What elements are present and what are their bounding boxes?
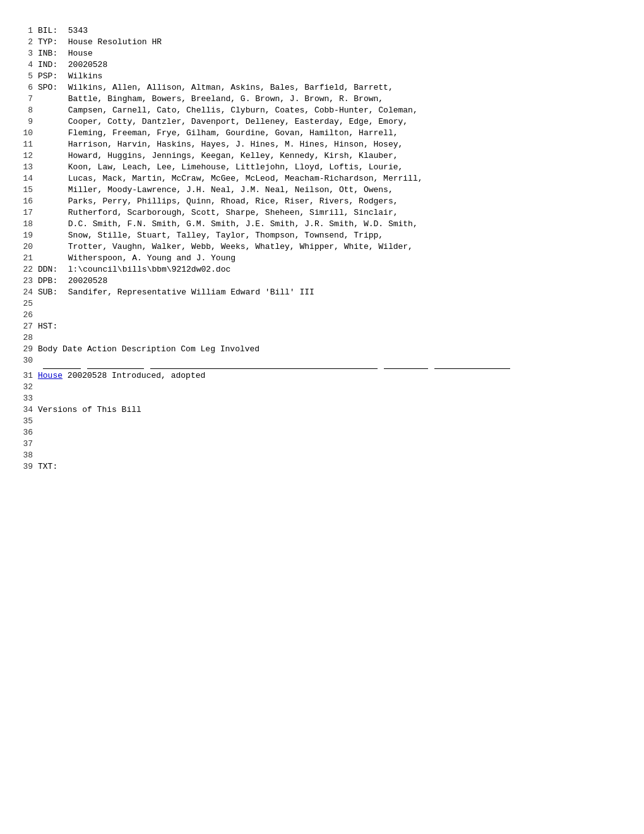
line-number: 16 bbox=[19, 196, 38, 207]
line-number: 6 bbox=[19, 82, 38, 94]
history-col-date-label: Date bbox=[63, 344, 82, 354]
line-37: 37 bbox=[19, 438, 631, 450]
line-number: 14 bbox=[19, 173, 38, 184]
history-body-link[interactable]: House bbox=[38, 371, 63, 380]
history-date-value: 20020528 bbox=[68, 371, 107, 380]
line-number: 34 bbox=[19, 404, 38, 416]
line-18: 18 D.C. Smith, F.N. Smith, G.M. Smith, J… bbox=[19, 219, 631, 230]
line-number: 30 bbox=[19, 355, 38, 366]
line-6: 6 SPO: Wilkins, Allen, Allison, Altman, … bbox=[19, 82, 631, 94]
line-number: 15 bbox=[19, 184, 38, 196]
line-number: 37 bbox=[19, 438, 38, 450]
line-content: TYP: House Resolution HR bbox=[38, 37, 631, 48]
line-content bbox=[38, 416, 631, 427]
line-content: BIL: 5343 bbox=[38, 25, 631, 37]
spo-continuation-7: Battle, Bingham, Bowers, Breeland, G. Br… bbox=[68, 94, 383, 104]
history-data-row: House 20020528 Introduced, adopted bbox=[38, 370, 631, 382]
line-22: 22 DDN: l:\council\bills\bbm\9212dw02.do… bbox=[19, 264, 631, 275]
field-label-bil: BIL: bbox=[38, 25, 63, 37]
line-number: 4 bbox=[19, 59, 38, 71]
line-number: 31 bbox=[19, 370, 38, 382]
line-35: 35 bbox=[19, 416, 631, 427]
line-24: 24 SUB: Sandifer, Representative William… bbox=[19, 287, 631, 298]
line-number: 26 bbox=[19, 310, 38, 321]
line-number: 18 bbox=[19, 219, 38, 230]
field-value-sub: Sandifer, Representative William Edward … bbox=[68, 287, 314, 297]
field-label-ddn: DDN: bbox=[38, 264, 63, 275]
line-19: 19 Snow, Stille, Stuart, Talley, Taylor,… bbox=[19, 230, 631, 241]
line-13: 13 Koon, Law, Leach, Lee, Limehouse, Lit… bbox=[19, 162, 631, 173]
spo-continuation-18: D.C. Smith, F.N. Smith, G.M. Smith, J.E.… bbox=[68, 219, 418, 229]
spo-continuation-14: Lucas, Mack, Martin, McCraw, McGee, McLe… bbox=[68, 174, 423, 183]
line-16: 16 Parks, Perry, Phillips, Quinn, Rhoad,… bbox=[19, 196, 631, 207]
line-15: 15 Miller, Moody-Lawrence, J.H. Neal, J.… bbox=[19, 184, 631, 196]
line-content bbox=[38, 393, 631, 404]
line-3: 3 INB: House bbox=[19, 48, 631, 59]
line-content bbox=[38, 310, 631, 321]
line-content bbox=[38, 382, 631, 393]
line-38: 38 bbox=[19, 450, 631, 461]
line-content: Lucas, Mack, Martin, McCraw, McGee, McLe… bbox=[38, 173, 631, 184]
field-value-inb: House bbox=[68, 49, 93, 58]
line-number: 12 bbox=[19, 150, 38, 162]
line-content: Cooper, Cotty, Dantzler, Davenport, Dell… bbox=[38, 116, 631, 128]
line-number: 38 bbox=[19, 450, 38, 461]
line-content: Harrison, Harvin, Haskins, Hayes, J. Hin… bbox=[38, 139, 631, 150]
line-number: 17 bbox=[19, 207, 38, 219]
line-number: 32 bbox=[19, 382, 38, 393]
line-33: 33 bbox=[19, 393, 631, 404]
line-number: 22 bbox=[19, 264, 38, 275]
line-number: 33 bbox=[19, 393, 38, 404]
line-number: 7 bbox=[19, 94, 38, 105]
line-number: 36 bbox=[19, 427, 38, 438]
line-content: D.C. Smith, F.N. Smith, G.M. Smith, J.E.… bbox=[38, 219, 631, 230]
spo-continuation-9: Cooper, Cotty, Dantzler, Davenport, Dell… bbox=[68, 117, 408, 126]
line-content: DPB: 20020528 bbox=[38, 275, 631, 287]
spo-continuation-19: Snow, Stille, Stuart, Talley, Taylor, Th… bbox=[68, 231, 383, 240]
spo-continuation-13: Koon, Law, Leach, Lee, Limehouse, Little… bbox=[68, 162, 403, 172]
line-11: 11 Harrison, Harvin, Haskins, Hayes, J. … bbox=[19, 139, 631, 150]
spo-continuation-21: Witherspoon, A. Young and J. Young bbox=[68, 253, 236, 263]
line-number: 1 bbox=[19, 25, 38, 37]
history-col-com-label: Com bbox=[181, 344, 195, 354]
line-number: 28 bbox=[19, 332, 38, 344]
line-content: Battle, Bingham, Bowers, Breeland, G. Br… bbox=[38, 94, 631, 105]
line-8: 8 Campsen, Carnell, Cato, Chellis, Clybu… bbox=[19, 105, 631, 116]
field-label-dpb: DPB: bbox=[38, 275, 63, 287]
line-content: Campsen, Carnell, Cato, Chellis, Clyburn… bbox=[38, 105, 631, 116]
line-number: 23 bbox=[19, 275, 38, 287]
line-25: 25 bbox=[19, 298, 631, 310]
field-label-spo: SPO: bbox=[38, 82, 63, 94]
line-number: 21 bbox=[19, 253, 38, 264]
line-content: TXT: bbox=[38, 461, 631, 473]
line-number: 19 bbox=[19, 230, 38, 241]
line-28: 28 bbox=[19, 332, 631, 344]
line-20: 20 Trotter, Vaughn, Walker, Webb, Weeks,… bbox=[19, 241, 631, 253]
line-36: 36 bbox=[19, 427, 631, 438]
line-number: 27 bbox=[19, 321, 38, 332]
line-number: 13 bbox=[19, 162, 38, 173]
field-label-sub: SUB: bbox=[38, 287, 63, 298]
line-31-history-row: 31 House 20020528 Introduced, adopted bbox=[19, 370, 631, 382]
line-4: 4 IND: 20020528 bbox=[19, 59, 631, 71]
line-content: HST: bbox=[38, 321, 631, 332]
field-value-typ: House Resolution HR bbox=[68, 37, 162, 47]
spo-continuation-20: Trotter, Vaughn, Walker, Webb, Weeks, Wh… bbox=[68, 242, 413, 251]
line-5: 5 PSP: Wilkins bbox=[19, 71, 631, 82]
line-number: 8 bbox=[19, 105, 38, 116]
line-32: 32 bbox=[19, 382, 631, 393]
line-39: 39 TXT: bbox=[19, 461, 631, 473]
line-content: Fleming, Freeman, Frye, Gilham, Gourdine… bbox=[38, 128, 631, 139]
history-col-body-label: Body bbox=[38, 344, 57, 354]
line-17: 17 Rutherford, Scarborough, Scott, Sharp… bbox=[19, 207, 631, 219]
line-content: Snow, Stille, Stuart, Talley, Taylor, Th… bbox=[38, 230, 631, 241]
line-content bbox=[38, 332, 631, 344]
field-label-txt: TXT: bbox=[38, 461, 63, 473]
spo-continuation-16: Parks, Perry, Phillips, Quinn, Rhoad, Ri… bbox=[68, 196, 398, 206]
line-23: 23 DPB: 20020528 bbox=[19, 275, 631, 287]
line-number: 3 bbox=[19, 48, 38, 59]
line-content: IND: 20020528 bbox=[38, 59, 631, 71]
line-content: Witherspoon, A. Young and J. Young bbox=[38, 253, 631, 264]
field-label-inb: INB: bbox=[38, 48, 63, 59]
line-content: DDN: l:\council\bills\bbm\9212dw02.doc bbox=[38, 264, 631, 275]
